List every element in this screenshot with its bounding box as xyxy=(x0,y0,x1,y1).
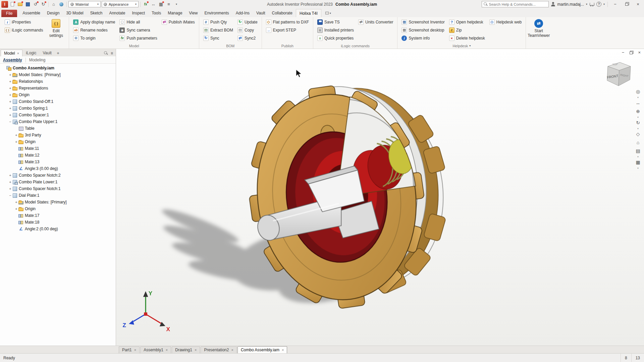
sync-camera-button[interactable]: Sync camera xyxy=(118,26,159,34)
tab-inspect[interactable]: Inspect xyxy=(128,9,148,17)
mode-modeling[interactable]: Modeling xyxy=(25,58,46,62)
quick-properties-button[interactable]: Quick properties xyxy=(316,34,356,42)
iproperties-button[interactable]: iProperties xyxy=(3,18,45,26)
search-input[interactable] xyxy=(489,2,547,6)
push-parameters-button[interactable]: Push parameters xyxy=(118,34,159,42)
hide-all-button[interactable]: Hide all xyxy=(118,18,159,26)
undo-icon[interactable]: ↺ xyxy=(32,1,39,8)
tree-item[interactable]: +Origin xyxy=(0,138,116,145)
expand-toggle[interactable]: + xyxy=(8,173,12,177)
tab-environments[interactable]: Environments xyxy=(201,9,232,17)
apply-display-name-button[interactable]: Apply display name xyxy=(71,18,117,26)
helpdesk-web-button[interactable]: Helpdesk web xyxy=(488,18,523,26)
home-view-icon[interactable]: ⌂ xyxy=(634,139,642,146)
tree-item[interactable]: +Combo Spacer Notch:2 xyxy=(0,172,116,179)
shadow-settings-icon[interactable]: ▦ xyxy=(634,159,642,166)
expand-toggle[interactable]: + xyxy=(14,133,18,137)
tab-file[interactable]: File xyxy=(1,10,17,17)
tree-item[interactable]: +Origin xyxy=(0,92,116,98)
tree-item[interactable]: +Relationships xyxy=(0,78,116,85)
measure-icon[interactable]: ↔ xyxy=(150,1,157,8)
close-icon[interactable]: × xyxy=(195,348,197,352)
edit-settings-button[interactable]: Edit settings xyxy=(46,18,66,38)
flat-patterns-dxf-button[interactable]: Flat patterns to DXF xyxy=(264,18,311,26)
open-helpdesk-button[interactable]: Open helpdesk xyxy=(447,18,487,26)
hamburger-icon[interactable]: ≡ xyxy=(165,1,172,8)
save-ts-button[interactable]: Save TS xyxy=(316,18,356,26)
tree-item-root[interactable]: Combo Assembly.iam xyxy=(0,65,116,71)
material-dropdown[interactable]: Material ▾ xyxy=(68,1,101,7)
doc-tab-assembly1[interactable]: Assembly1× xyxy=(140,346,171,353)
chevron-down-icon[interactable]: ▾ xyxy=(637,156,639,158)
chevron-down-icon[interactable]: ▾ xyxy=(637,116,639,118)
home-icon[interactable]: ⌂ xyxy=(50,1,57,8)
tree-item[interactable]: Mate:18 xyxy=(0,219,116,226)
visual-style-icon[interactable]: ▤ xyxy=(634,147,642,155)
screenshot-desktop-button[interactable]: Screenshot desktop xyxy=(400,26,446,34)
add-browser-tab-button[interactable]: + xyxy=(55,50,61,56)
expand-toggle[interactable]: + xyxy=(8,113,12,117)
close-icon[interactable]: × xyxy=(134,348,136,352)
tree-item[interactable]: +Origin xyxy=(0,205,116,212)
qat-customize-icon[interactable]: ▾ xyxy=(173,1,180,8)
chevron-down-icon[interactable]: ▾ xyxy=(637,167,639,169)
inventor-logo[interactable]: I xyxy=(1,1,8,8)
tree-item[interactable]: Mate:13 xyxy=(0,159,116,165)
doc-close-button[interactable]: × xyxy=(638,50,641,55)
orbit-icon[interactable]: ↻ xyxy=(634,119,642,126)
copy-button[interactable]: Copy xyxy=(236,26,259,34)
tab-vault[interactable]: Vault xyxy=(253,9,268,17)
fx-parameters-icon[interactable]: fx xyxy=(142,1,149,8)
ilogic-commands-button[interactable]: iLogic commands xyxy=(3,26,45,34)
3d-viewport-canvas[interactable]: Y X Z xyxy=(116,49,644,346)
expand-toggle[interactable]: + xyxy=(8,86,12,90)
expand-toggle[interactable]: + xyxy=(8,79,12,83)
color-sphere-icon[interactable] xyxy=(58,1,65,8)
tab-collaborate[interactable]: Collaborate xyxy=(269,9,296,17)
restore-button[interactable] xyxy=(622,1,631,8)
tree-item[interactable]: +Combo Plate Lower:1 xyxy=(0,179,116,185)
delete-helpdesk-button[interactable]: Delete helpdesk xyxy=(447,34,487,42)
close-icon[interactable]: × xyxy=(17,51,19,55)
update-button[interactable]: Update xyxy=(236,18,259,26)
expand-toggle[interactable]: − xyxy=(8,120,12,124)
signed-in-user[interactable]: martin.madaj... xyxy=(557,2,584,7)
tab-annotate[interactable]: Annotate xyxy=(106,9,128,17)
doc-minimize-button[interactable]: − xyxy=(622,50,625,55)
tab-assemble[interactable]: Assemble xyxy=(19,9,44,17)
tree-item[interactable]: +Combo Spacer Notch:1 xyxy=(0,185,116,192)
tree-item[interactable]: Mate:11 xyxy=(0,145,116,152)
tree-item[interactable]: −Combo Plate Upper:1 xyxy=(0,118,116,125)
tree-item[interactable]: Angle:3 (0.00 deg) xyxy=(0,165,116,172)
open-icon[interactable] xyxy=(17,1,23,8)
tree-item[interactable]: Table xyxy=(0,125,116,132)
tree-item[interactable]: Mate:17 xyxy=(0,212,116,219)
start-teamviewer-button[interactable]: StartTeamViewer xyxy=(528,18,549,38)
tab-tools[interactable]: Tools xyxy=(148,9,164,17)
3d-viewport[interactable]: Y X Z − × TOP FRO xyxy=(116,49,644,346)
help-search[interactable] xyxy=(482,1,549,7)
sync2-button[interactable]: Sync2 xyxy=(236,34,259,42)
tab-design[interactable]: Design xyxy=(44,9,63,17)
doc-tab-part1[interactable]: Part1× xyxy=(119,346,140,353)
appearance-dropdown[interactable]: Appearance ▾ xyxy=(102,1,139,7)
browser-tab-vault[interactable]: Vault xyxy=(40,50,54,56)
mode-assembly[interactable]: Assembly xyxy=(3,58,22,62)
tab-holixa-t4i[interactable]: Holixa T4I xyxy=(296,9,321,17)
expand-toggle[interactable]: + xyxy=(8,73,12,77)
tab-view[interactable]: View xyxy=(186,9,201,17)
close-icon[interactable]: × xyxy=(282,348,284,352)
doc-tab-drawing1[interactable]: Drawing1× xyxy=(172,346,200,353)
doc-tab-combo-assembly[interactable]: Combo Assembly.iam× xyxy=(237,346,287,353)
tab-manage[interactable]: Manage xyxy=(164,9,185,17)
chevron-down-icon[interactable]: ▾ xyxy=(603,3,605,6)
close-icon[interactable]: × xyxy=(166,348,168,352)
grid-icon[interactable]: ▦ xyxy=(158,1,164,8)
expand-toggle[interactable]: + xyxy=(14,140,18,144)
ribbon-display-options[interactable]: ▾ xyxy=(323,9,333,17)
close-icon[interactable]: × xyxy=(231,348,233,352)
to-origin-button[interactable]: To origin xyxy=(71,34,117,42)
extract-bom-button[interactable]: Extract BOM xyxy=(202,26,235,34)
expand-toggle[interactable]: + xyxy=(8,100,12,104)
help-icon[interactable]: ? xyxy=(596,2,601,7)
